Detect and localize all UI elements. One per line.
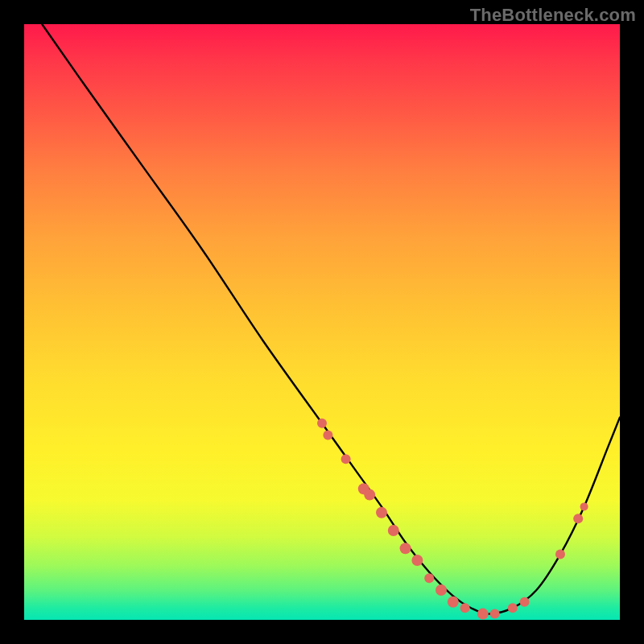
data-marker — [508, 603, 518, 613]
data-marker — [376, 507, 387, 518]
data-marker — [573, 514, 583, 523]
data-marker — [580, 502, 588, 510]
data-marker — [448, 597, 459, 608]
chart-svg — [24, 24, 620, 620]
watermark-text: TheBottleneck.com — [470, 5, 636, 26]
chart-frame — [24, 24, 620, 620]
data-marker — [520, 597, 530, 607]
data-marker — [364, 489, 375, 501]
data-marker — [555, 550, 565, 559]
bottleneck-curve — [42, 24, 620, 614]
data-marker — [317, 419, 327, 428]
data-marker — [411, 555, 423, 566]
data-marker — [490, 609, 500, 619]
data-marker — [388, 525, 399, 536]
data-marker — [323, 431, 332, 440]
data-marker — [341, 454, 351, 464]
data-marker — [424, 573, 434, 583]
markers-group — [317, 419, 588, 620]
data-marker — [460, 603, 470, 613]
data-marker — [436, 584, 447, 596]
data-marker — [477, 609, 489, 620]
data-marker — [400, 543, 411, 554]
